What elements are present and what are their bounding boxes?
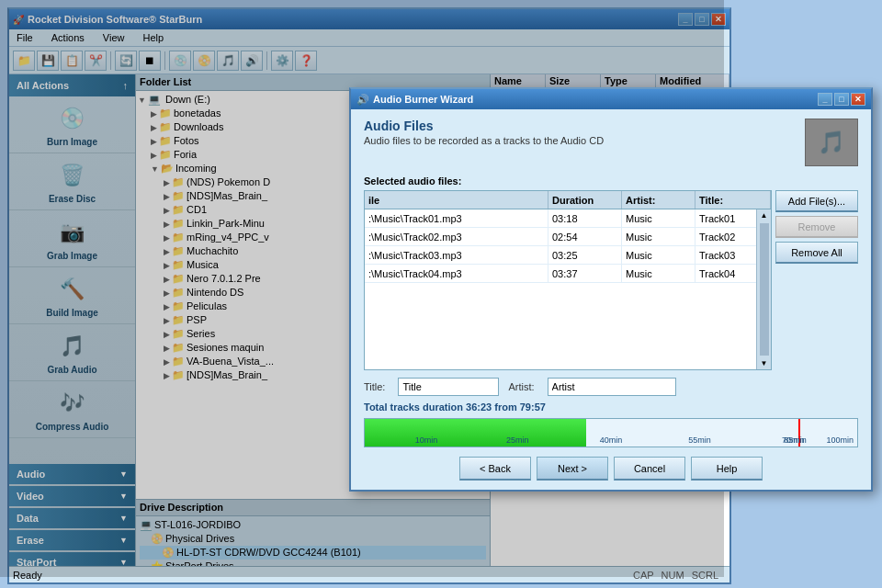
add-remove-buttons: Add File(s)... Remove Remove All <box>775 190 858 370</box>
dialog-section-title: Audio Files <box>364 119 604 133</box>
dialog-section-info: Audio Files Audio files to be recorded a… <box>364 119 604 146</box>
table-row[interactable]: :\Music\Track04.mp3 03:37 Music Track04 <box>365 265 771 283</box>
dialog-title-bar: 🔊 Audio Burner Wizard _ □ ✕ <box>351 89 871 109</box>
col-file: ile <box>365 191 548 209</box>
remove-button[interactable]: Remove <box>775 216 858 238</box>
cell-artist: Music <box>622 246 695 264</box>
marker-85min: 85min <box>784 435 807 445</box>
help-button[interactable]: Help <box>691 457 763 481</box>
file-table-header: ile Duration Artist: Title: <box>365 191 771 209</box>
dialog-title-icon: 🔊 <box>356 94 369 106</box>
file-table-section: ile Duration Artist: Title: :\Music\Trac… <box>364 190 858 370</box>
dialog-title-buttons: _ □ ✕ <box>818 93 865 106</box>
title-label: Title: <box>364 381 385 392</box>
cell-artist: Music <box>622 209 695 227</box>
file-table-body[interactable]: :\Music\Track01.mp3 03:18 Music Track01 … <box>365 209 771 369</box>
dialog-close-button[interactable]: ✕ <box>851 93 865 106</box>
cell-artist: Music <box>622 265 695 282</box>
cell-path: :\Music\Track01.mp3 <box>365 209 548 227</box>
col-title: Title: <box>695 191 771 209</box>
cancel-button[interactable]: Cancel <box>614 457 685 481</box>
add-files-button[interactable]: Add File(s)... <box>775 190 858 212</box>
dialog-section-desc: Audio files to be recorded as a tracks t… <box>364 135 604 146</box>
col-duration: Duration <box>548 191 622 209</box>
next-button[interactable]: Next > <box>537 457 608 481</box>
table-scrollbar[interactable]: ▲ ▼ <box>756 209 771 369</box>
title-input[interactable] <box>398 378 499 396</box>
marker-100min: 100min <box>826 435 854 445</box>
col-artist: Artist: <box>622 191 695 209</box>
scroll-up-btn[interactable]: ▲ <box>759 209 770 221</box>
progress-fill <box>365 419 586 447</box>
scroll-thumb[interactable] <box>760 223 769 356</box>
audio-burner-dialog: 🔊 Audio Burner Wizard _ □ ✕ Audio Files … <box>349 87 873 492</box>
marker-70min: 70min <box>782 435 805 445</box>
table-row[interactable]: :\Music\Track01.mp3 03:18 Music Track01 <box>365 209 771 228</box>
dialog-body: Audio Files Audio files to be recorded a… <box>351 109 871 490</box>
title-artist-row: Title: Artist: <box>364 378 858 396</box>
cell-artist: Music <box>622 228 695 245</box>
marker-40min: 40min <box>600 435 623 445</box>
table-row[interactable]: :\Music\Track03.mp3 03:25 Music Track03 <box>365 246 771 265</box>
dialog-title: Audio Burner Wizard <box>373 94 473 105</box>
cell-path: :\Music\Track04.mp3 <box>365 265 548 282</box>
table-row[interactable]: :\Music\Track02.mp3 02:54 Music Track02 <box>365 228 771 246</box>
marker-55min: 55min <box>688 435 711 445</box>
cell-duration: 03:37 <box>548 265 622 282</box>
scroll-down-btn[interactable]: ▼ <box>759 357 770 369</box>
file-table: ile Duration Artist: Title: :\Music\Trac… <box>364 190 772 370</box>
progress-bar: 10min 25min 40min 55min 70min 85min 100m… <box>364 418 858 447</box>
cell-path: :\Music\Track02.mp3 <box>365 228 548 245</box>
duration-text: Total tracks duration 36:23 from 79:57 <box>364 401 858 413</box>
dialog-buttons: < Back Next > Cancel Help <box>364 457 858 481</box>
dialog-minimize-button[interactable]: _ <box>818 93 832 106</box>
artist-input[interactable] <box>548 378 676 396</box>
dialog-section-header: Audio Files Audio files to be recorded a… <box>364 119 858 166</box>
cell-duration: 03:18 <box>548 209 622 227</box>
artist-label: Artist: <box>508 381 534 392</box>
cell-duration: 02:54 <box>548 228 622 245</box>
dialog-restore-button[interactable]: □ <box>834 93 849 106</box>
dialog-section-image: 🎵 <box>805 119 858 166</box>
cell-path: :\Music\Track03.mp3 <box>365 246 548 264</box>
progress-red-marker <box>798 419 800 447</box>
remove-all-button[interactable]: Remove All <box>775 242 858 264</box>
selected-audio-label: Selected audio files: <box>364 175 858 187</box>
cell-duration: 03:25 <box>548 246 622 264</box>
back-button[interactable]: < Back <box>459 457 531 481</box>
